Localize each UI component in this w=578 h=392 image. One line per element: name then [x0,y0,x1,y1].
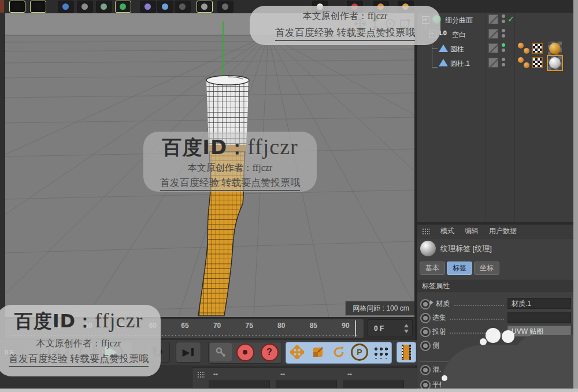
texture-tag-icon [420,241,436,256]
tag-title: 纹理标签 [纹理] [440,244,492,254]
record-icon [236,344,254,361]
frame-number: 85 [302,322,324,330]
object-row-subdivision-surface[interactable]: 细分曲面 ✓ [417,13,573,27]
frame-number: 75 [238,322,260,330]
white-material-icon[interactable] [549,57,561,69]
rotate-icon [332,345,346,359]
object-row-cylinder[interactable]: 圆柱 [417,42,573,56]
key-radio-icon[interactable] [420,341,431,351]
visibility-dot[interactable] [502,63,505,66]
visibility-toggle-icon[interactable] [488,29,498,39]
visibility-dot[interactable] [502,14,505,18]
visibility-dot[interactable] [502,34,505,38]
coord-system-button[interactable]: P [350,343,369,361]
toolbar-icon[interactable] [96,1,112,13]
watermark-top: 本文原创作者：ffjczr 首发百度经验 转载要点赞投票哦 [250,6,440,45]
goto-end-icon: ▶ [182,346,190,359]
toolbar-icon[interactable] [197,1,213,13]
autokey-button[interactable] [234,343,256,361]
cinema4d-window: 网格间距 : 100 cm 细分曲面 ✓ L0 空白 [0,0,578,392]
object-row-cylinder-1[interactable]: 圆柱.1 [417,56,573,70]
visibility-dot[interactable] [502,29,505,32]
section-tag-properties: 标签属性 [417,279,573,292]
visibility-dot[interactable] [502,48,505,52]
scale-icon [312,346,324,359]
watermark-middle: 百度ID：ffjczr 本文原创作者：ffjczr 首发百度经验 转载要点赞投票… [143,132,317,192]
frame-number: 65 [174,322,196,330]
visibility-toggle-icon[interactable] [488,58,498,68]
visibility-toggle-icon[interactable] [488,14,498,24]
tool-highlight-group: P [286,342,392,364]
tab-basic[interactable]: 基本 [420,262,445,275]
window-edge-left [0,0,4,13]
playhead-marker[interactable] [355,320,356,337]
uvw-tag-icon[interactable] [532,43,543,54]
key-radio-icon[interactable] [420,327,431,337]
visibility-dot[interactable] [502,20,505,23]
logo-circle [502,330,514,343]
toolbar-icon[interactable] [175,1,191,13]
logo-circle [486,328,501,343]
key-radio-icon[interactable] [420,365,431,375]
current-frame-field[interactable]: 0 F [368,319,413,337]
render-button[interactable] [397,342,416,363]
cylinder-object-icon [439,44,448,52]
toolbar-icon[interactable] [30,1,46,13]
filmstrip-icon [402,345,411,360]
enabled-check-icon[interactable]: ✓ [507,14,515,24]
attribute-menu-bar: 模式 编辑 用户数据 [417,225,573,238]
rotate-tool-button[interactable] [329,343,349,361]
menu-mode[interactable]: 模式 [440,226,454,236]
visibility-toggle-icon[interactable] [488,43,498,53]
selection-value-field[interactable] [507,312,571,323]
move-tool-button[interactable] [287,343,307,361]
toolbar-icon[interactable] [9,1,25,13]
smoothing-tag-icon[interactable] [524,48,529,54]
goto-end-button[interactable]: ▶ [176,342,201,363]
key-radio-icon[interactable] [420,299,431,309]
grip-icon[interactable] [197,371,205,378]
logo-circle [442,375,447,381]
frame-spinner[interactable] [404,324,409,333]
toolbar-icon[interactable] [77,1,93,13]
gold-material-icon[interactable] [549,43,561,54]
dots-grid-icon [373,346,388,359]
material-value-field[interactable]: 材质.1 [507,298,571,309]
expand-arrow-icon[interactable] [430,300,433,305]
grip-icon[interactable] [422,228,430,234]
uvw-tag-icon[interactable] [532,57,543,68]
help-button[interactable]: ? [258,343,280,361]
toolbar-icon[interactable] [58,1,74,13]
material-tag-frame-selected[interactable] [548,56,562,70]
dark-logo-watermark [441,345,578,392]
cylinder-object-icon [439,59,448,66]
frame-number: 70 [206,322,228,330]
toolbar-icon[interactable] [157,1,173,13]
logo-circle [480,338,487,345]
material-tag-frame[interactable] [548,42,562,55]
watermark-bottom-left: 百度ID：ffjczr 本文原创作者：ffjczr 首发百度经验 转载要点赞投票… [0,305,161,376]
menu-edit[interactable]: 编辑 [465,226,479,236]
scale-tool-button[interactable] [308,343,328,361]
enabled-dot-green[interactable] [502,43,505,47]
toolbar-icon[interactable] [115,1,131,13]
toolbar-icon[interactable] [140,1,156,13]
visibility-dot[interactable] [502,58,505,61]
phong-tag-icon[interactable] [518,57,524,63]
object-row-null[interactable]: L0 空白 [417,27,573,42]
smoothing-tag-icon[interactable] [524,62,529,68]
prop-row-material: 材质 材质.1 [417,297,573,311]
phong-tag-icon[interactable] [518,43,524,48]
toolbar-icon[interactable] [217,1,234,13]
tab-coordinates[interactable]: 坐标 [474,262,499,275]
window-edge-right [573,0,578,392]
key-radio-icon[interactable] [420,313,431,323]
question-icon: ? [261,344,279,361]
key-icon [215,346,227,358]
snap-dots-button[interactable] [370,343,390,361]
tab-tag[interactable]: 标签 [447,262,472,275]
record-key-button[interactable] [210,343,232,361]
keyframe-group: ? [208,342,282,364]
menu-user-data[interactable]: 用户数据 [489,226,517,236]
tag-title-row: 纹理标签 [纹理] [417,241,492,256]
